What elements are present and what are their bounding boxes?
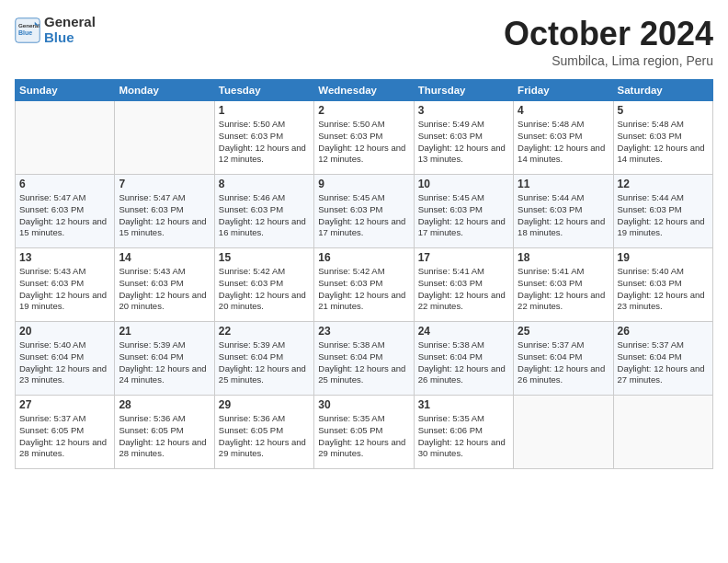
calendar-cell: 4Sunrise: 5:48 AM Sunset: 6:03 PM Daylig…: [514, 101, 613, 175]
day-number: 7: [119, 178, 210, 190]
calendar-cell: 9Sunrise: 5:45 AM Sunset: 6:03 PM Daylig…: [314, 175, 414, 248]
day-number: 23: [318, 325, 409, 338]
cell-info: Sunrise: 5:39 AM Sunset: 6:04 PM Dayligh…: [119, 339, 210, 386]
calendar-cell: 3Sunrise: 5:49 AM Sunset: 6:03 PM Daylig…: [414, 101, 513, 175]
day-number: 24: [418, 325, 509, 338]
calendar-cell: 27Sunrise: 5:37 AM Sunset: 6:05 PM Dayli…: [16, 396, 115, 469]
cell-info: Sunrise: 5:37 AM Sunset: 6:04 PM Dayligh…: [618, 339, 709, 386]
calendar-cell: 21Sunrise: 5:39 AM Sunset: 6:04 PM Dayli…: [115, 322, 214, 396]
weekday-header: Friday: [514, 80, 613, 101]
cell-info: Sunrise: 5:39 AM Sunset: 6:04 PM Dayligh…: [219, 339, 310, 386]
day-number: 19: [618, 251, 709, 264]
day-number: 18: [518, 251, 609, 264]
title-area: October 2024 Sumbilca, Lima region, Peru: [504, 15, 713, 68]
cell-info: Sunrise: 5:35 AM Sunset: 6:05 PM Dayligh…: [318, 413, 409, 460]
cell-info: Sunrise: 5:38 AM Sunset: 6:04 PM Dayligh…: [318, 339, 409, 386]
day-number: 17: [418, 251, 509, 264]
logo-icon: General Blue: [15, 17, 40, 43]
calendar-cell: 5Sunrise: 5:48 AM Sunset: 6:03 PM Daylig…: [613, 101, 712, 175]
calendar-week-row: 6Sunrise: 5:47 AM Sunset: 6:03 PM Daylig…: [16, 175, 713, 248]
day-number: 5: [618, 104, 709, 117]
cell-info: Sunrise: 5:36 AM Sunset: 6:05 PM Dayligh…: [119, 413, 210, 460]
day-number: 8: [219, 178, 310, 190]
calendar-cell: 22Sunrise: 5:39 AM Sunset: 6:04 PM Dayli…: [214, 322, 313, 396]
cell-info: Sunrise: 5:45 AM Sunset: 6:03 PM Dayligh…: [418, 192, 509, 239]
cell-info: Sunrise: 5:44 AM Sunset: 6:03 PM Dayligh…: [618, 192, 709, 239]
calendar-cell: 30Sunrise: 5:35 AM Sunset: 6:05 PM Dayli…: [314, 396, 414, 469]
calendar-week-row: 20Sunrise: 5:40 AM Sunset: 6:04 PM Dayli…: [16, 322, 713, 396]
cell-info: Sunrise: 5:41 AM Sunset: 6:03 PM Dayligh…: [518, 266, 609, 313]
calendar-cell: 18Sunrise: 5:41 AM Sunset: 6:03 PM Dayli…: [514, 248, 613, 322]
cell-info: Sunrise: 5:41 AM Sunset: 6:03 PM Dayligh…: [418, 266, 509, 313]
logo: General Blue General Blue: [15, 15, 96, 45]
day-number: 29: [219, 398, 310, 411]
cell-info: Sunrise: 5:35 AM Sunset: 6:06 PM Dayligh…: [418, 413, 509, 460]
cell-info: Sunrise: 5:50 AM Sunset: 6:03 PM Dayligh…: [318, 119, 409, 166]
calendar-cell: 14Sunrise: 5:43 AM Sunset: 6:03 PM Dayli…: [115, 248, 214, 322]
calendar-cell: 19Sunrise: 5:40 AM Sunset: 6:03 PM Dayli…: [613, 248, 712, 322]
cell-info: Sunrise: 5:48 AM Sunset: 6:03 PM Dayligh…: [618, 119, 709, 166]
day-number: 14: [119, 251, 210, 264]
calendar-cell: 24Sunrise: 5:38 AM Sunset: 6:04 PM Dayli…: [414, 322, 513, 396]
day-number: 27: [19, 398, 110, 411]
calendar-cell: 11Sunrise: 5:44 AM Sunset: 6:03 PM Dayli…: [514, 175, 613, 248]
cell-info: Sunrise: 5:44 AM Sunset: 6:03 PM Dayligh…: [518, 192, 609, 239]
calendar-cell: 16Sunrise: 5:42 AM Sunset: 6:03 PM Dayli…: [314, 248, 414, 322]
cell-info: Sunrise: 5:40 AM Sunset: 6:04 PM Dayligh…: [19, 339, 110, 386]
calendar-cell: [514, 396, 613, 469]
day-number: 12: [618, 178, 709, 190]
day-number: 10: [418, 178, 509, 190]
calendar-cell: 12Sunrise: 5:44 AM Sunset: 6:03 PM Dayli…: [613, 175, 712, 248]
calendar-cell: [16, 101, 115, 175]
calendar-cell: 1Sunrise: 5:50 AM Sunset: 6:03 PM Daylig…: [214, 101, 313, 175]
header: General Blue General Blue October 2024 S…: [15, 15, 713, 68]
day-number: 28: [119, 398, 210, 411]
weekday-header: Saturday: [613, 80, 712, 101]
day-number: 9: [318, 178, 409, 190]
calendar-cell: 31Sunrise: 5:35 AM Sunset: 6:06 PM Dayli…: [414, 396, 513, 469]
logo-general-text: General: [44, 15, 96, 30]
weekday-header: Sunday: [16, 80, 115, 101]
cell-info: Sunrise: 5:36 AM Sunset: 6:05 PM Dayligh…: [219, 413, 310, 460]
cell-info: Sunrise: 5:45 AM Sunset: 6:03 PM Dayligh…: [318, 192, 409, 239]
day-number: 3: [418, 104, 509, 117]
day-number: 21: [119, 325, 210, 338]
subtitle: Sumbilca, Lima region, Peru: [504, 53, 713, 68]
calendar-cell: 29Sunrise: 5:36 AM Sunset: 6:05 PM Dayli…: [214, 396, 313, 469]
cell-info: Sunrise: 5:47 AM Sunset: 6:03 PM Dayligh…: [19, 192, 110, 239]
day-number: 20: [19, 325, 110, 338]
logo-blue-text: Blue: [44, 30, 96, 46]
cell-info: Sunrise: 5:40 AM Sunset: 6:03 PM Dayligh…: [618, 266, 709, 313]
calendar-week-row: 27Sunrise: 5:37 AM Sunset: 6:05 PM Dayli…: [16, 396, 713, 469]
day-number: 6: [19, 178, 110, 190]
cell-info: Sunrise: 5:37 AM Sunset: 6:04 PM Dayligh…: [518, 339, 609, 386]
day-number: 1: [219, 104, 310, 117]
calendar-cell: 15Sunrise: 5:42 AM Sunset: 6:03 PM Dayli…: [214, 248, 313, 322]
calendar-cell: 6Sunrise: 5:47 AM Sunset: 6:03 PM Daylig…: [16, 175, 115, 248]
calendar-cell: 26Sunrise: 5:37 AM Sunset: 6:04 PM Dayli…: [613, 322, 712, 396]
svg-text:Blue: Blue: [18, 29, 32, 35]
day-number: 2: [318, 104, 409, 117]
cell-info: Sunrise: 5:42 AM Sunset: 6:03 PM Dayligh…: [219, 266, 310, 313]
calendar: SundayMondayTuesdayWednesdayThursdayFrid…: [15, 79, 713, 469]
cell-info: Sunrise: 5:49 AM Sunset: 6:03 PM Dayligh…: [418, 119, 509, 166]
calendar-cell: 8Sunrise: 5:46 AM Sunset: 6:03 PM Daylig…: [214, 175, 313, 248]
cell-info: Sunrise: 5:37 AM Sunset: 6:05 PM Dayligh…: [19, 413, 110, 460]
calendar-cell: 25Sunrise: 5:37 AM Sunset: 6:04 PM Dayli…: [514, 322, 613, 396]
calendar-cell: 2Sunrise: 5:50 AM Sunset: 6:03 PM Daylig…: [314, 101, 414, 175]
weekday-header: Tuesday: [214, 80, 313, 101]
cell-info: Sunrise: 5:38 AM Sunset: 6:04 PM Dayligh…: [418, 339, 509, 386]
calendar-cell: 7Sunrise: 5:47 AM Sunset: 6:03 PM Daylig…: [115, 175, 214, 248]
cell-info: Sunrise: 5:48 AM Sunset: 6:03 PM Dayligh…: [518, 119, 609, 166]
day-number: 11: [518, 178, 609, 190]
weekday-header: Thursday: [414, 80, 513, 101]
calendar-cell: 28Sunrise: 5:36 AM Sunset: 6:05 PM Dayli…: [115, 396, 214, 469]
weekday-header: Monday: [115, 80, 214, 101]
calendar-cell: [115, 101, 214, 175]
cell-info: Sunrise: 5:43 AM Sunset: 6:03 PM Dayligh…: [19, 266, 110, 313]
day-number: 26: [618, 325, 709, 338]
month-title: October 2024: [504, 15, 713, 53]
calendar-cell: 20Sunrise: 5:40 AM Sunset: 6:04 PM Dayli…: [16, 322, 115, 396]
cell-info: Sunrise: 5:43 AM Sunset: 6:03 PM Dayligh…: [119, 266, 210, 313]
calendar-cell: [613, 396, 712, 469]
